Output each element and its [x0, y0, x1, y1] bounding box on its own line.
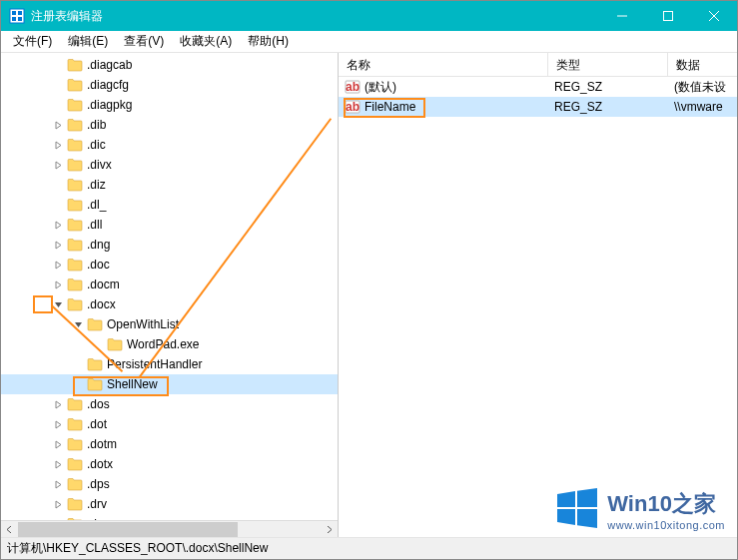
tree-item-label: .dps [87, 477, 110, 491]
string-value-icon: ab [345, 99, 361, 115]
expand-icon[interactable] [51, 118, 65, 132]
expand-icon[interactable] [51, 278, 65, 291]
expand-icon [51, 198, 65, 212]
menu-file[interactable]: 文件(F) [5, 31, 60, 52]
menu-view[interactable]: 查看(V) [116, 31, 172, 52]
tree-item-label: PersistentHandler [107, 357, 202, 371]
column-name[interactable]: 名称 [339, 53, 548, 76]
tree-item-label: .dic [87, 138, 106, 152]
registry-tree: .diagcab.diagcfg.diagpkg.dib.dic.divx.di… [1, 53, 338, 520]
svg-rect-4 [18, 17, 22, 21]
expand-icon[interactable] [51, 158, 65, 172]
window-title: 注册表编辑器 [31, 8, 599, 25]
svg-rect-6 [664, 12, 673, 21]
content-area: .diagcab.diagcfg.diagpkg.dib.dic.divx.di… [1, 53, 737, 537]
scroll-left-button[interactable] [1, 521, 18, 538]
expand-icon[interactable] [51, 138, 65, 152]
scroll-track[interactable] [18, 521, 321, 538]
expand-icon [51, 58, 65, 72]
folder-icon [67, 58, 83, 72]
column-data[interactable]: 数据 [668, 53, 737, 76]
tree-item[interactable]: .drv [1, 494, 338, 514]
expand-icon [51, 178, 65, 192]
tree-item[interactable]: PersistentHandler [1, 354, 338, 374]
folder-icon [87, 377, 103, 391]
collapse-icon[interactable] [71, 317, 85, 331]
value-name: (默认) [365, 79, 396, 96]
tree-item[interactable]: .diz [1, 175, 338, 195]
menu-favorites[interactable]: 收藏夹(A) [172, 31, 240, 52]
folder-icon [67, 437, 83, 451]
expand-icon[interactable] [51, 497, 65, 511]
scroll-right-button[interactable] [321, 521, 338, 538]
minimize-button[interactable] [599, 1, 645, 31]
tree-item[interactable]: OpenWithList [1, 314, 338, 334]
app-icon [9, 8, 25, 24]
expand-icon[interactable] [51, 417, 65, 431]
tree-item-label: .diagcab [87, 58, 132, 72]
tree-hscrollbar[interactable] [1, 520, 338, 537]
expand-icon[interactable] [51, 397, 65, 411]
tree-item[interactable]: .dotx [1, 454, 338, 474]
tree-item[interactable]: .dps [1, 474, 338, 494]
menu-help[interactable]: 帮助(H) [240, 31, 297, 52]
expand-icon [71, 357, 85, 371]
expand-icon[interactable] [51, 437, 65, 451]
tree-item[interactable]: .dotm [1, 434, 338, 454]
scroll-thumb[interactable] [18, 522, 238, 537]
tree-item[interactable]: .diagcab [1, 55, 338, 75]
tree-item[interactable]: .divx [1, 155, 338, 175]
svg-text:ab: ab [346, 80, 360, 94]
tree-item-label: WordPad.exe [127, 337, 200, 351]
titlebar: 注册表编辑器 [1, 1, 737, 31]
folder-icon [67, 238, 83, 252]
folder-icon [67, 417, 83, 431]
tree-item[interactable]: .docx [1, 294, 338, 314]
tree-item-label: .dl_ [87, 198, 106, 212]
expand-icon[interactable] [51, 258, 65, 272]
tree-item-label: .dot [87, 417, 107, 431]
svg-rect-1 [12, 11, 16, 15]
expand-icon[interactable] [51, 218, 65, 232]
tree-item-label: OpenWithList [107, 317, 179, 331]
tree-item[interactable]: .dic [1, 135, 338, 155]
folder-icon [67, 258, 83, 272]
folder-icon [67, 497, 83, 511]
list-header: 名称 类型 数据 [339, 53, 737, 77]
expand-icon[interactable] [51, 238, 65, 252]
expand-icon[interactable] [51, 457, 65, 471]
tree-item-label: .dotm [87, 437, 117, 451]
window-controls [599, 1, 737, 31]
maximize-button[interactable] [645, 1, 691, 31]
tree-item[interactable]: .dos [1, 394, 338, 414]
cell-type: REG_SZ [548, 80, 668, 94]
tree-scroll[interactable]: .diagcab.diagcfg.diagpkg.dib.dic.divx.di… [1, 53, 338, 520]
expand-icon [71, 377, 85, 391]
column-type[interactable]: 类型 [548, 53, 668, 76]
collapse-icon[interactable] [51, 297, 65, 311]
expand-icon[interactable] [51, 477, 65, 491]
list-row[interactable]: abFileNameREG_SZ\\vmware [339, 97, 737, 117]
tree-item[interactable]: .dib [1, 115, 338, 135]
tree-item-label: .drv [87, 497, 107, 511]
tree-item[interactable]: .dng [1, 235, 338, 255]
tree-item[interactable]: .diagcfg [1, 75, 338, 95]
tree-item[interactable]: ShellNew [1, 374, 338, 394]
expand-icon [51, 78, 65, 92]
folder-icon [67, 98, 83, 112]
tree-item-label: .docm [87, 278, 120, 291]
cell-name: abFileName [339, 99, 548, 115]
tree-item[interactable]: .dll [1, 215, 338, 235]
tree-item[interactable]: WordPad.exe [1, 334, 338, 354]
tree-item[interactable]: .dot [1, 414, 338, 434]
tree-item[interactable]: .dl_ [1, 195, 338, 215]
list-row[interactable]: ab(默认)REG_SZ(数值未设 [339, 77, 737, 97]
close-button[interactable] [691, 1, 737, 31]
list-body[interactable]: ab(默认)REG_SZ(数值未设abFileNameREG_SZ\\vmwar… [339, 77, 737, 537]
tree-item[interactable]: .docm [1, 275, 338, 294]
tree-item-label: .diz [87, 178, 106, 192]
menu-edit[interactable]: 编辑(E) [60, 31, 116, 52]
tree-item[interactable]: .diagpkg [1, 95, 338, 115]
tree-item[interactable]: .doc [1, 255, 338, 275]
tree-item-label: ShellNew [107, 377, 158, 391]
